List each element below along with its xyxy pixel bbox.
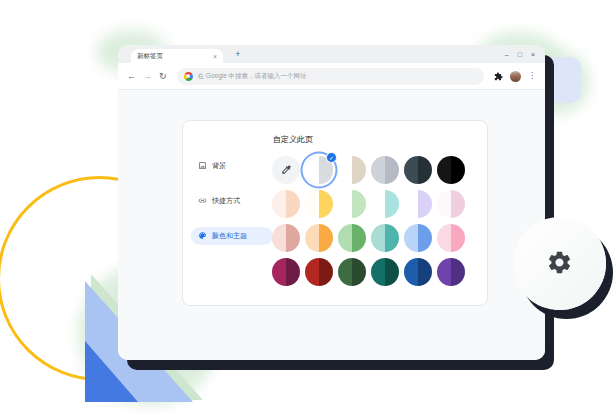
selected-check-badge: ✓ [326, 152, 337, 163]
color-swatch-13[interactable] [305, 224, 333, 252]
browser-menu-icon[interactable]: ⋮ [528, 72, 536, 80]
color-swatch-23[interactable] [437, 258, 465, 286]
window-controls: – □ × [505, 45, 535, 63]
tab-strip: 新标签页 × + – □ × [118, 45, 545, 63]
sidebar-item-label: 颜色和主题 [212, 231, 247, 241]
gear-icon [546, 249, 573, 279]
reload-icon[interactable]: ↻ [159, 72, 167, 81]
color-swatch-6[interactable] [272, 190, 300, 218]
address-bar[interactable]: 在 Google 中搜索，或者输入一个网址 [177, 68, 484, 85]
browser-window: 新标签页 × + – □ × ← → ↻ 在 Google 中搜索，或者输入一个… [118, 45, 545, 360]
back-icon[interactable]: ← [127, 72, 136, 81]
color-swatch-17[interactable] [437, 224, 465, 252]
panel-title: 自定义此页 [273, 134, 313, 145]
profile-avatar[interactable] [510, 71, 521, 82]
color-swatch-15[interactable] [371, 224, 399, 252]
color-swatch-3[interactable] [371, 156, 399, 184]
maximize-button[interactable]: □ [518, 51, 522, 58]
color-swatch-10[interactable] [404, 190, 432, 218]
color-swatch-18[interactable] [272, 258, 300, 286]
image-icon [198, 161, 207, 171]
sidebar-item-label: 背景 [212, 161, 226, 171]
extensions-icon[interactable] [494, 72, 503, 81]
google-logo-icon [184, 72, 193, 81]
forward-icon[interactable]: → [143, 72, 152, 81]
color-swatch-14[interactable] [338, 224, 366, 252]
custom-color-picker[interactable] [272, 156, 300, 184]
link-icon [198, 196, 207, 206]
new-tab-content: 自定义此页 背景快捷方式颜色和主题 ✓ [118, 90, 545, 360]
customize-sidebar: 背景快捷方式颜色和主题 [191, 157, 273, 262]
sidebar-item-1[interactable]: 快捷方式 [191, 192, 273, 210]
color-swatch-12[interactable] [272, 224, 300, 252]
sidebar-item-label: 快捷方式 [212, 196, 240, 206]
browser-tab[interactable]: 新标签页 × [131, 49, 223, 63]
new-tab-button[interactable]: + [230, 45, 246, 63]
browser-toolbar: ← → ↻ 在 Google 中搜索，或者输入一个网址 ⋮ [118, 63, 545, 89]
color-swatch-21[interactable] [371, 258, 399, 286]
color-swatch-16[interactable] [404, 224, 432, 252]
close-button[interactable]: × [531, 51, 535, 58]
sidebar-item-0[interactable]: 背景 [191, 157, 273, 175]
tab-close-icon[interactable]: × [213, 53, 217, 60]
color-swatch-7[interactable] [305, 190, 333, 218]
minimize-button[interactable]: – [505, 51, 509, 58]
sidebar-item-2[interactable]: 颜色和主题 [191, 227, 273, 245]
color-swatch-19[interactable] [305, 258, 333, 286]
illustration-canvas: 新标签页 × + – □ × ← → ↻ 在 Google 中搜索，或者输入一个… [0, 0, 614, 413]
color-swatch-9[interactable] [371, 190, 399, 218]
tab-title: 新标签页 [137, 52, 209, 61]
color-swatch-20[interactable] [338, 258, 366, 286]
eyedropper-icon [281, 163, 292, 178]
color-swatch-22[interactable] [404, 258, 432, 286]
color-swatch-5[interactable] [437, 156, 465, 184]
settings-gear-button[interactable] [513, 217, 606, 310]
color-swatch-11[interactable] [437, 190, 465, 218]
color-swatch-4[interactable] [404, 156, 432, 184]
color-swatch-8[interactable] [338, 190, 366, 218]
color-swatch-1[interactable]: ✓ [305, 156, 333, 184]
palette-icon [198, 231, 207, 241]
customize-page-panel: 自定义此页 背景快捷方式颜色和主题 ✓ [182, 120, 488, 306]
color-swatch-2[interactable] [338, 156, 366, 184]
theme-color-grid: ✓ [272, 156, 465, 286]
address-placeholder: 在 Google 中搜索，或者输入一个网址 [198, 72, 307, 81]
